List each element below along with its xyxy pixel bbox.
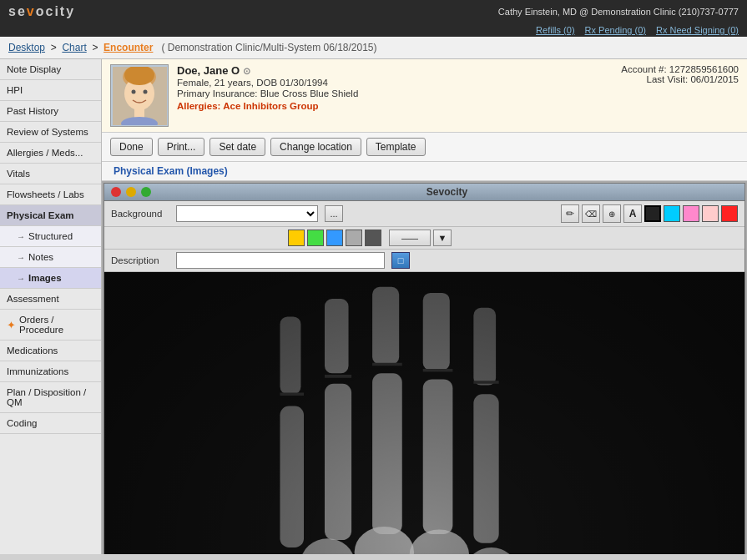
breadcrumb: Desktop > Chart > Encounter ( Demonstrat… bbox=[0, 37, 747, 59]
template-button[interactable]: Template bbox=[366, 138, 426, 156]
logo-accent: v bbox=[27, 4, 36, 18]
sidebar-item-immunizations[interactable]: Immunizations bbox=[0, 361, 101, 382]
patient-account: Account #: 1272859561600 Last Visit: 06/… bbox=[572, 64, 739, 84]
traffic-red[interactable] bbox=[111, 187, 121, 197]
patient-insurance: Primary Insurance: Blue Cross Blue Shiel… bbox=[177, 88, 563, 98]
background-browse-button[interactable]: ... bbox=[325, 205, 343, 222]
line-style-group: —— ▼ bbox=[389, 230, 452, 246]
links-bar: Refills (0) Rx Pending (0) Rx Need Signi… bbox=[0, 23, 747, 37]
content-area: Doe, Jane O ⊙ Female, 21 years, DOB 01/3… bbox=[102, 59, 747, 554]
description-row: Description □ bbox=[104, 250, 744, 272]
patient-info: Doe, Jane O ⊙ Female, 21 years, DOB 01/3… bbox=[177, 64, 563, 111]
breadcrumb-sub: ( Demonstration Clinic/Multi-System 06/1… bbox=[161, 42, 376, 53]
patient-name-badge: ⊙ bbox=[243, 66, 250, 76]
eraser-tool[interactable]: ⌫ bbox=[582, 204, 600, 223]
color-lightpink[interactable] bbox=[702, 205, 719, 222]
drawing-area: Sevocity Background ... ✏ ⌫ ⊕ A bbox=[102, 181, 747, 554]
drawing-titlebar: Sevocity bbox=[104, 184, 744, 201]
traffic-green[interactable] bbox=[141, 187, 151, 197]
svg-point-4 bbox=[131, 89, 135, 93]
sidebar: Note Display HPI Past History Review of … bbox=[0, 59, 102, 554]
sidebar-item-vitals[interactable]: Vitals bbox=[0, 164, 101, 184]
arrow-icon: → bbox=[17, 232, 25, 241]
sidebar-item-physical-exam[interactable]: Physical Exam bbox=[0, 205, 101, 226]
rx-pending-link[interactable]: Rx Pending (0) bbox=[585, 25, 646, 35]
sidebar-item-assessment[interactable]: Assessment bbox=[0, 289, 101, 310]
done-button[interactable]: Done bbox=[110, 138, 153, 156]
sidebar-item-plan-disposition[interactable]: Plan / Disposition / QM bbox=[0, 382, 101, 413]
patient-header: Doe, Jane O ⊙ Female, 21 years, DOB 01/3… bbox=[102, 59, 747, 133]
app-logo: sevocity bbox=[8, 4, 75, 19]
sidebar-item-images[interactable]: → Images bbox=[0, 268, 101, 289]
shape-tool[interactable]: ⊕ bbox=[603, 204, 621, 223]
sidebar-item-structured[interactable]: → Structured bbox=[0, 226, 101, 247]
color-red[interactable] bbox=[721, 205, 738, 222]
rx-need-signing-link[interactable]: Rx Need Signing (0) bbox=[656, 25, 739, 35]
svg-rect-34 bbox=[104, 272, 744, 554]
description-browse-button[interactable]: □ bbox=[391, 252, 410, 269]
last-visit-row: Last Visit: 06/01/2015 bbox=[572, 74, 739, 84]
traffic-yellow[interactable] bbox=[126, 187, 136, 197]
sidebar-item-allergies-meds[interactable]: Allergies / Meds... bbox=[0, 143, 101, 164]
color-yellow[interactable] bbox=[288, 230, 305, 246]
desktop-link[interactable]: Desktop bbox=[8, 42, 45, 53]
sidebar-item-orders-procedure[interactable]: ✦ Orders / Procedure bbox=[0, 310, 101, 341]
section-title: Physical Exam (Images) bbox=[114, 165, 228, 177]
color-green[interactable] bbox=[307, 230, 324, 246]
svg-point-5 bbox=[143, 89, 147, 93]
sidebar-item-hpi[interactable]: HPI bbox=[0, 80, 101, 101]
background-select[interactable] bbox=[176, 205, 318, 222]
arrow-icon: → bbox=[17, 253, 25, 262]
color-darkgray[interactable] bbox=[365, 230, 381, 246]
drawing-window: Sevocity Background ... ✏ ⌫ ⊕ A bbox=[103, 183, 745, 554]
color-black[interactable] bbox=[644, 205, 661, 222]
chart-link[interactable]: Chart bbox=[62, 42, 86, 53]
sidebar-item-note-display[interactable]: Note Display bbox=[0, 59, 101, 80]
color-blue[interactable] bbox=[326, 230, 343, 246]
main-layout: Note Display HPI Past History Review of … bbox=[0, 59, 747, 554]
drawing-title: Sevocity bbox=[156, 186, 738, 198]
patient-name: Doe, Jane O ⊙ bbox=[177, 64, 563, 77]
color-pink[interactable] bbox=[683, 205, 699, 222]
account-number-row: Account #: 1272859561600 bbox=[572, 64, 739, 74]
description-input[interactable] bbox=[176, 252, 385, 269]
line-style-button[interactable]: —— bbox=[389, 230, 431, 246]
set-date-button[interactable]: Set date bbox=[209, 138, 265, 156]
xray-image bbox=[104, 272, 744, 554]
user-info: Cathy Einstein, MD @ Demonstration Clini… bbox=[498, 7, 739, 17]
sidebar-item-coding[interactable]: Coding bbox=[0, 413, 101, 434]
top-bar: sevocity Cathy Einstein, MD @ Demonstrat… bbox=[0, 0, 747, 23]
encounter-link[interactable]: Encounter bbox=[103, 42, 153, 53]
patient-demographics: Female, 21 years, DOB 01/30/1994 bbox=[177, 78, 563, 88]
pencil-tool[interactable]: ✏ bbox=[561, 204, 579, 223]
arrow-icon: → bbox=[17, 274, 25, 283]
patient-photo bbox=[110, 64, 169, 127]
patient-avatar-image bbox=[113, 67, 167, 125]
drawing-controls-row: Background ... ✏ ⌫ ⊕ A bbox=[104, 201, 744, 227]
sidebar-item-past-history[interactable]: Past History bbox=[0, 101, 101, 122]
toolbar: Done Print... Set date Change location T… bbox=[102, 133, 747, 162]
print-button[interactable]: Print... bbox=[158, 138, 205, 156]
xray-display bbox=[104, 272, 744, 554]
background-label: Background bbox=[111, 209, 169, 219]
line-style-dropdown[interactable]: ▼ bbox=[433, 230, 452, 246]
refills-link[interactable]: Refills (0) bbox=[536, 25, 574, 35]
sidebar-item-flowsheets-labs[interactable]: Flowsheets / Labs bbox=[0, 184, 101, 205]
color-cyan[interactable] bbox=[664, 205, 680, 222]
change-location-button[interactable]: Change location bbox=[270, 138, 361, 156]
color-silver[interactable] bbox=[346, 230, 362, 246]
sidebar-item-medications[interactable]: Medications bbox=[0, 341, 101, 361]
text-tool[interactable]: A bbox=[623, 204, 642, 223]
sidebar-item-review-of-systems[interactable]: Review of Systems bbox=[0, 122, 101, 143]
patient-allergies: Allergies: Ace Inhibitors Group bbox=[177, 101, 563, 111]
description-label: Description bbox=[111, 255, 169, 265]
sidebar-item-notes[interactable]: → Notes bbox=[0, 247, 101, 268]
orders-icon: ✦ bbox=[7, 319, 16, 331]
